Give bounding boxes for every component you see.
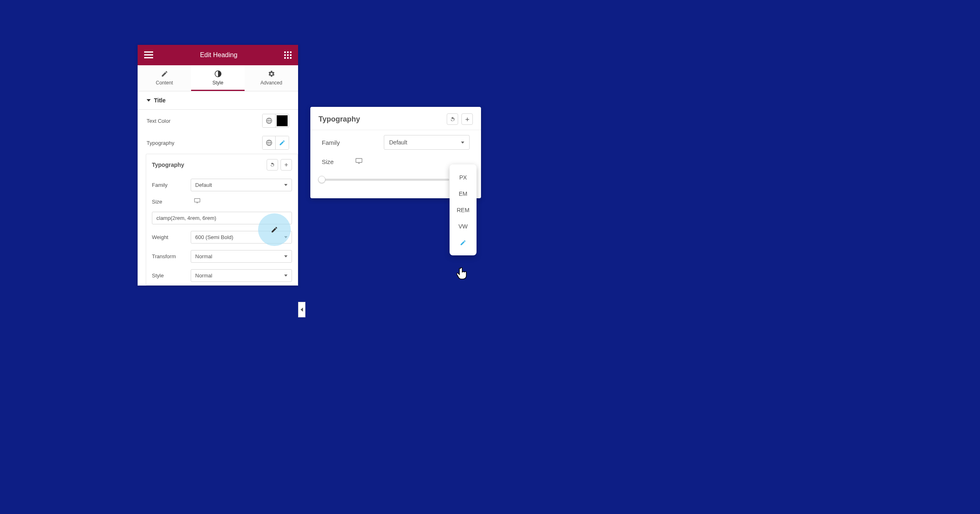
family-label: Family <box>152 182 187 188</box>
size-label: Size <box>152 199 187 205</box>
typography-inner-title: Typography <box>152 162 184 168</box>
svg-rect-5 <box>290 51 292 53</box>
weight-label: Weight <box>152 234 187 240</box>
popup-title: Typography <box>318 115 360 124</box>
style-row: Style Normal <box>146 266 298 285</box>
caret-down-icon <box>147 99 151 102</box>
desktop-icon[interactable] <box>355 158 363 166</box>
size-slider[interactable] <box>322 179 449 181</box>
text-color-swatch[interactable] <box>276 115 288 126</box>
svg-rect-20 <box>196 203 198 203</box>
svg-rect-8 <box>290 54 292 56</box>
section-title-toggle[interactable]: Title <box>138 91 298 110</box>
text-color-global-button[interactable] <box>263 114 276 127</box>
caret-down-icon <box>284 275 287 277</box>
svg-rect-11 <box>290 57 292 59</box>
transform-select[interactable]: Normal <box>191 250 292 263</box>
transform-row: Transform Normal <box>146 247 298 266</box>
popup-add-button[interactable] <box>461 113 473 125</box>
unit-option-vw[interactable]: VW <box>450 218 477 235</box>
unit-option-rem[interactable]: REM <box>450 202 477 218</box>
tab-style[interactable]: Style <box>191 65 245 91</box>
transform-value: Normal <box>195 253 212 259</box>
tab-content[interactable]: Content <box>138 65 191 91</box>
unit-option-em[interactable]: EM <box>450 186 477 202</box>
typography-edit-button[interactable] <box>276 136 289 149</box>
typography-inner-header: Typography <box>146 154 298 175</box>
popup-family-value: Default <box>389 139 407 146</box>
style-label: Style <box>152 273 187 279</box>
style-select[interactable]: Normal <box>191 269 292 282</box>
caret-down-icon <box>284 184 287 186</box>
typography-label: Typography <box>147 140 174 146</box>
unit-option-custom[interactable] <box>450 235 477 252</box>
typography-reset-button[interactable] <box>267 159 278 171</box>
panel-tabs: Content Style Advanced <box>138 65 298 91</box>
popup-family-row: Family Default <box>310 130 481 153</box>
family-select[interactable]: Default <box>191 179 292 191</box>
typography-global-button[interactable] <box>263 136 276 149</box>
svg-rect-6 <box>284 54 286 56</box>
menu-icon[interactable] <box>144 51 153 59</box>
svg-rect-2 <box>144 57 153 58</box>
tab-advanced-label: Advanced <box>261 80 282 86</box>
panel-collapse-button[interactable] <box>298 302 305 317</box>
panel-title: Edit Heading <box>153 51 284 59</box>
highlight-annotation <box>258 213 291 246</box>
panel-header: Edit Heading <box>138 45 298 65</box>
popup-header: Typography <box>310 107 481 130</box>
tab-advanced[interactable]: Advanced <box>245 65 298 91</box>
desktop-icon[interactable] <box>194 198 200 205</box>
apps-icon[interactable] <box>284 51 292 59</box>
svg-rect-3 <box>284 51 286 53</box>
unit-option-px[interactable]: PX <box>450 169 477 186</box>
popup-reset-button[interactable] <box>447 113 458 125</box>
size-row: Size <box>146 195 298 208</box>
caret-down-icon <box>461 142 464 144</box>
popup-size-label: Size <box>322 158 350 165</box>
caret-down-icon <box>284 255 287 257</box>
typography-row: Typography <box>138 132 298 154</box>
tab-style-label: Style <box>212 80 223 86</box>
svg-rect-9 <box>284 57 286 59</box>
svg-rect-0 <box>144 51 153 53</box>
svg-rect-10 <box>287 57 289 59</box>
text-color-row: Text Color <box>138 110 298 132</box>
typography-add-button[interactable] <box>281 159 292 171</box>
svg-rect-7 <box>287 54 289 56</box>
style-value: Normal <box>195 273 212 279</box>
svg-rect-21 <box>356 159 362 163</box>
slider-thumb[interactable] <box>318 176 325 183</box>
tab-content-label: Content <box>156 80 173 86</box>
svg-rect-22 <box>358 163 360 164</box>
weight-value: 600 (Semi Bold) <box>195 234 233 240</box>
svg-rect-4 <box>287 51 289 53</box>
family-row: Family Default <box>146 175 298 195</box>
popup-family-select[interactable]: Default <box>384 135 470 150</box>
cursor-hand-icon <box>457 267 468 281</box>
popup-family-label: Family <box>322 139 350 146</box>
chevron-left-icon <box>301 308 303 312</box>
text-color-label: Text Color <box>147 118 171 124</box>
svg-rect-1 <box>144 54 153 55</box>
svg-rect-19 <box>194 199 200 202</box>
family-value: Default <box>195 182 212 188</box>
unit-dropdown: PX EM REM VW <box>450 164 477 255</box>
transform-label: Transform <box>152 253 187 259</box>
section-title-label: Title <box>154 97 166 104</box>
edit-heading-panel: Edit Heading Content Style Advanced Titl… <box>138 45 298 286</box>
